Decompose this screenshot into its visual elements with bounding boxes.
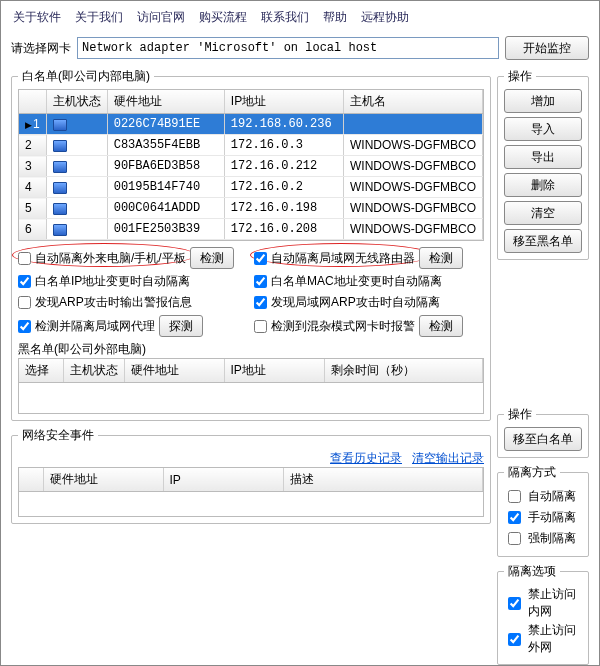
export-button[interactable]: 导出	[504, 145, 582, 169]
opt-isolate-router[interactable]	[254, 252, 267, 265]
col-hostname: 主机名	[344, 90, 483, 114]
events-group: 网络安全事件 查看历史记录 清空输出记录 硬件地址 IP 描述	[11, 427, 491, 524]
isolation-opts-group: 隔离选项 禁止访问内网 禁止访问外网	[497, 563, 589, 665]
opt-promisc[interactable]	[254, 320, 267, 333]
col-mac: 硬件地址	[107, 90, 224, 114]
adapter-label: 请选择网卡	[11, 40, 71, 57]
table-row[interactable]: 6001FE2503B39172.16.0.208WINDOWS-DGFMBCO	[19, 219, 483, 240]
probe-button[interactable]: 探测	[159, 315, 203, 337]
force-isolate-check[interactable]	[508, 532, 521, 545]
detect-button[interactable]: 检测	[419, 247, 463, 269]
col-rownum	[19, 90, 46, 114]
table-row[interactable]: 400195B14F740172.16.0.2WINDOWS-DGFMBCO	[19, 177, 483, 198]
block-intranet-check[interactable]	[508, 597, 521, 610]
ck-label-text: 自动隔离	[528, 488, 576, 505]
table-row[interactable]: 2C83A355F4EBB172.16.0.3WINDOWS-DGFMBCO	[19, 135, 483, 156]
col-ip: IP地址	[224, 90, 343, 114]
col-select: 选择	[19, 359, 63, 383]
ck-label-text: 强制隔离	[528, 530, 576, 547]
ck-label-text: 手动隔离	[528, 509, 576, 526]
isolation-mode-title: 隔离方式	[504, 464, 560, 481]
opt-mac-change[interactable]	[254, 275, 267, 288]
menubar: 关于软件 关于我们 访问官网 购买流程 联系我们 帮助 远程协助	[7, 5, 593, 30]
host-icon	[53, 161, 67, 173]
table-row[interactable]: 10226C74B91EE192.168.60.236	[19, 114, 483, 135]
opt-ip-change[interactable]	[18, 275, 31, 288]
opt-label: 自动隔离外来电脑/手机/平板	[35, 250, 186, 267]
menu-item[interactable]: 关于软件	[13, 9, 61, 26]
block-internet-check[interactable]	[508, 633, 521, 646]
menu-item[interactable]: 联系我们	[261, 9, 309, 26]
col-blank	[19, 468, 43, 492]
isolation-opts-title: 隔离选项	[504, 563, 560, 580]
ops-group: 操作 增加 导入 导出 删除 清空 移至黑名单	[497, 68, 589, 260]
start-monitor-button[interactable]: 开始监控	[505, 36, 589, 60]
opt-arp-alert[interactable]	[18, 296, 31, 309]
adapter-combo[interactable]	[77, 37, 499, 59]
host-icon	[53, 182, 67, 194]
col-ip: IP	[163, 468, 283, 492]
opt-label: 发现局域网ARP攻击时自动隔离	[271, 294, 440, 311]
col-remaining: 剩余时间（秒）	[324, 359, 483, 383]
opt-arp-isolate[interactable]	[254, 296, 267, 309]
table-row[interactable]: 5000C0641ADDD172.16.0.198WINDOWS-DGFMBCO	[19, 198, 483, 219]
menu-item[interactable]: 帮助	[323, 9, 347, 26]
menu-item[interactable]: 购买流程	[199, 9, 247, 26]
to-blacklist-button[interactable]: 移至黑名单	[504, 229, 582, 253]
whitelist-title: 白名单(即公司内部电脑)	[18, 68, 154, 85]
menu-item[interactable]: 关于我们	[75, 9, 123, 26]
col-mac: 硬件地址	[43, 468, 163, 492]
col-hoststate: 主机状态	[63, 359, 124, 383]
host-icon	[53, 140, 67, 152]
opt-isolate-foreign[interactable]	[18, 252, 31, 265]
opt-label: 自动隔离局域网无线路由器	[271, 250, 415, 267]
detect-button[interactable]: 检测	[419, 315, 463, 337]
events-table[interactable]: 硬件地址 IP 描述	[19, 468, 483, 517]
delete-button[interactable]: 删除	[504, 173, 582, 197]
clear-button[interactable]: 清空	[504, 201, 582, 225]
import-button[interactable]: 导入	[504, 117, 582, 141]
host-icon	[53, 119, 67, 131]
col-ip: IP地址	[224, 359, 324, 383]
blacklist-title: 黑名单(即公司外部电脑)	[18, 341, 484, 358]
ck-label-text: 禁止访问内网	[528, 586, 582, 620]
opt-label: 检测并隔离局域网代理	[35, 318, 155, 335]
events-title: 网络安全事件	[18, 427, 98, 444]
col-desc: 描述	[283, 468, 483, 492]
opt-label: 白名单MAC地址变更时自动隔离	[271, 273, 442, 290]
ck-label-text: 禁止访问外网	[528, 622, 582, 656]
isolation-mode-group: 隔离方式 自动隔离 手动隔离 强制隔离	[497, 464, 589, 557]
opt-label: 检测到混杂模式网卡时报警	[271, 318, 415, 335]
ops2-title: 操作	[504, 406, 536, 423]
col-mac: 硬件地址	[124, 359, 224, 383]
opt-label: 发现ARP攻击时输出警报信息	[35, 294, 192, 311]
ops-title: 操作	[504, 68, 536, 85]
add-button[interactable]: 增加	[504, 89, 582, 113]
host-icon	[53, 224, 67, 236]
opt-label: 白名单IP地址变更时自动隔离	[35, 273, 190, 290]
col-hoststate: 主机状态	[46, 90, 107, 114]
table-row[interactable]: 390FBA6ED3B58172.16.0.212WINDOWS-DGFMBCO	[19, 156, 483, 177]
whitelist-group: 白名单(即公司内部电脑) 主机状态 硬件地址 IP地址 主机名 10226C74…	[11, 68, 491, 421]
ops2-group: 操作 移至白名单	[497, 406, 589, 458]
manual-isolate-check[interactable]	[508, 511, 521, 524]
blacklist-table[interactable]: 选择 主机状态 硬件地址 IP地址 剩余时间（秒）	[19, 359, 483, 413]
menu-item[interactable]: 访问官网	[137, 9, 185, 26]
whitelist-table[interactable]: 主机状态 硬件地址 IP地址 主机名 10226C74B91EE192.168.…	[19, 90, 483, 240]
detect-button[interactable]: 检测	[190, 247, 234, 269]
auto-isolate-check[interactable]	[508, 490, 521, 503]
clear-log-link[interactable]: 清空输出记录	[412, 450, 484, 467]
opt-proxy-detect[interactable]	[18, 320, 31, 333]
menu-item[interactable]: 远程协助	[361, 9, 409, 26]
view-history-link[interactable]: 查看历史记录	[330, 450, 402, 467]
host-icon	[53, 203, 67, 215]
to-whitelist-button[interactable]: 移至白名单	[504, 427, 582, 451]
